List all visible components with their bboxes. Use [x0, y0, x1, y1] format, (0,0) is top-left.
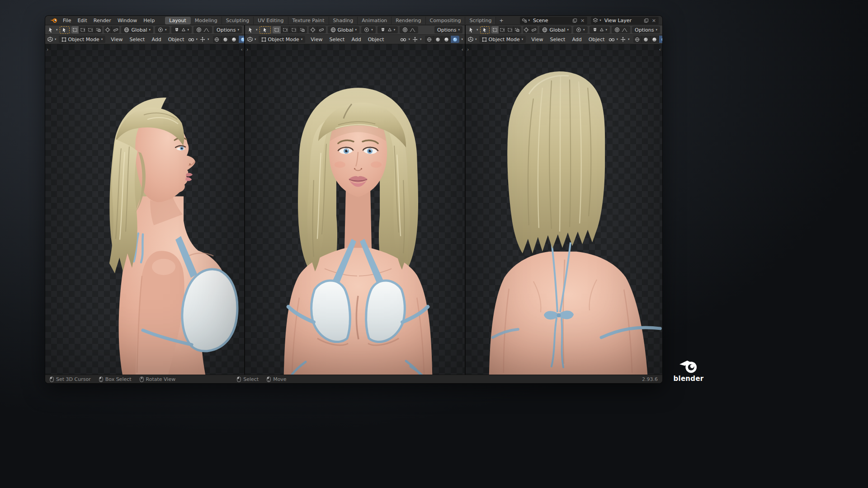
select-mode-extend-button[interactable] — [499, 26, 506, 33]
solid-shading-button[interactable] — [222, 36, 230, 43]
active-tool-selector[interactable] — [247, 27, 254, 33]
mode-dropdown[interactable]: Object Mode ▾ — [479, 36, 526, 43]
select-menu[interactable]: Select — [126, 36, 148, 43]
object-menu[interactable]: Object — [585, 36, 608, 43]
select-mode-new-button[interactable] — [273, 26, 281, 33]
transform-orientation-dropdown[interactable]: Global ▾ — [121, 26, 153, 33]
window-menu[interactable]: Window — [114, 16, 140, 25]
proportional-editing-dropdown[interactable] — [612, 26, 630, 33]
solid-shading-button[interactable] — [434, 36, 442, 43]
edit-menu[interactable]: Edit — [74, 16, 90, 25]
scene-icon[interactable] — [522, 18, 527, 23]
show-gizmo-toggle[interactable] — [609, 37, 615, 42]
select-menu[interactable]: Select — [326, 36, 348, 43]
options-dropdown[interactable]: Options ▾ — [632, 26, 660, 33]
tab-layout[interactable]: Layout — [165, 17, 190, 24]
material-preview-button[interactable] — [651, 36, 659, 43]
mode-dropdown[interactable]: Object Mode ▾ — [259, 36, 306, 43]
scene-name-field[interactable]: Scene — [531, 18, 570, 23]
transform-orientation-dropdown[interactable]: Global ▾ — [328, 26, 360, 33]
options-dropdown[interactable]: Options ▾ — [214, 26, 242, 33]
view-menu[interactable]: View — [307, 36, 326, 43]
view-menu[interactable]: View — [108, 36, 126, 43]
cursor-tool-button[interactable] — [309, 26, 317, 33]
tab-animation[interactable]: Animation — [358, 17, 392, 24]
show-gizmo-toggle[interactable] — [400, 37, 406, 42]
tab-shading[interactable]: Shading — [329, 17, 358, 24]
snap-dropdown[interactable]: ▾ — [590, 26, 610, 33]
add-workspace-button[interactable]: + — [496, 17, 506, 24]
proportional-editing-dropdown[interactable] — [193, 26, 212, 33]
select-mode-intersect-button[interactable] — [298, 26, 307, 33]
wireframe-shading-button[interactable] — [633, 36, 642, 43]
snap-dropdown[interactable]: ▾ — [377, 26, 398, 33]
active-tool-selector[interactable] — [47, 27, 54, 33]
select-mode-extend-button[interactable] — [281, 26, 290, 33]
tab-scripting[interactable]: Scripting — [465, 17, 496, 24]
rendered-shading-button[interactable] — [659, 36, 662, 43]
pivot-point-dropdown[interactable]: ▾ — [573, 26, 588, 33]
add-menu[interactable]: Add — [148, 36, 164, 43]
solid-shading-button[interactable] — [642, 36, 651, 43]
tab-sculpting[interactable]: Sculpting — [222, 17, 254, 24]
viewport-canvas[interactable]: › ‹ — [45, 44, 244, 375]
transform-orientation-dropdown[interactable]: Global ▾ — [539, 26, 571, 33]
overlays-toggle[interactable] — [199, 37, 206, 42]
view-menu[interactable]: View — [528, 36, 546, 43]
select-mode-intersect-button[interactable] — [514, 26, 521, 33]
overlays-toggle[interactable] — [620, 37, 626, 42]
measure-tool-button[interactable] — [530, 26, 538, 33]
wireframe-shading-button[interactable] — [213, 36, 222, 43]
cursor-tool-button[interactable] — [523, 26, 530, 33]
add-menu[interactable]: Add — [569, 36, 585, 43]
select-mode-intersect-button[interactable] — [94, 26, 102, 33]
tab-compositing[interactable]: Compositing — [426, 17, 466, 24]
editor-corner-handle[interactable]: › — [467, 47, 469, 52]
file-menu[interactable]: File — [60, 16, 74, 25]
select-menu[interactable]: Select — [547, 36, 568, 43]
editor-type-selector[interactable] — [47, 36, 53, 42]
editor-corner-handle[interactable]: › — [47, 47, 48, 52]
rendered-shading-button[interactable] — [239, 36, 244, 43]
rendered-shading-button[interactable] — [451, 36, 459, 43]
editor-type-selector[interactable] — [247, 36, 253, 42]
unlink-scene-button[interactable]: × — [580, 18, 585, 23]
editor-type-selector[interactable] — [467, 36, 474, 42]
select-mode-subtract-button[interactable] — [506, 26, 514, 33]
tweak-tool-button[interactable] — [259, 26, 271, 34]
mode-dropdown[interactable]: Object Mode ▾ — [59, 36, 106, 43]
new-view-layer-button[interactable] — [643, 18, 650, 23]
blender-app-menu[interactable] — [49, 17, 59, 24]
measure-tool-button[interactable] — [112, 26, 119, 33]
help-menu[interactable]: Help — [140, 16, 158, 25]
proportional-editing-dropdown[interactable] — [400, 26, 418, 33]
add-menu[interactable]: Add — [348, 36, 364, 43]
snap-dropdown[interactable]: ▾ — [171, 26, 192, 33]
select-mode-subtract-button[interactable] — [290, 26, 298, 33]
tab-rendering[interactable]: Rendering — [392, 17, 425, 24]
editor-corner-handle[interactable]: ‹ — [462, 47, 463, 52]
view-layer-name-field[interactable]: View Layer — [603, 18, 642, 23]
material-preview-button[interactable] — [442, 36, 451, 43]
viewport-canvas[interactable]: › ‹ — [245, 44, 465, 375]
show-gizmo-toggle[interactable] — [188, 37, 194, 42]
select-mode-new-button[interactable] — [491, 26, 499, 33]
tab-modeling[interactable]: Modeling — [191, 17, 222, 24]
viewport-canvas[interactable]: › ‹ — [466, 44, 662, 375]
material-preview-button[interactable] — [230, 36, 239, 43]
cursor-tool-button[interactable] — [104, 26, 112, 33]
select-mode-subtract-button[interactable] — [87, 26, 94, 33]
view-layer-icon[interactable] — [593, 18, 598, 23]
wireframe-shading-button[interactable] — [425, 36, 434, 43]
tab-uv-editing[interactable]: UV Editing — [254, 17, 288, 24]
render-menu[interactable]: Render — [90, 16, 114, 25]
measure-tool-button[interactable] — [317, 26, 326, 33]
editor-corner-handle[interactable]: › — [246, 47, 248, 52]
object-menu[interactable]: Object — [365, 36, 387, 43]
object-menu[interactable]: Object — [165, 36, 188, 43]
options-dropdown[interactable]: Options ▾ — [434, 26, 462, 33]
new-scene-button[interactable] — [571, 18, 578, 23]
editor-corner-handle[interactable]: ‹ — [241, 47, 243, 52]
pivot-point-dropdown[interactable]: ▾ — [155, 26, 170, 33]
editor-corner-handle[interactable]: ‹ — [659, 47, 661, 52]
